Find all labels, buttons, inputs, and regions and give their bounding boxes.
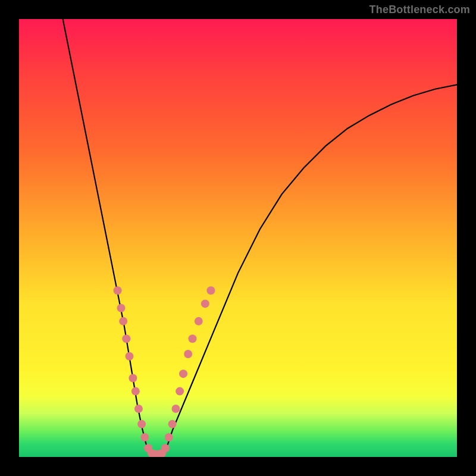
curve-marker [165,433,173,441]
curve-marker [140,433,149,441]
curve-marker [131,387,140,396]
curve-marker [129,374,137,383]
chart-container: TheBottleneck.com [0,0,476,476]
bottleneck-curve-path [63,19,457,457]
curve-marker [188,334,196,343]
curve-marker [176,387,184,396]
plot-area [19,19,457,457]
curve-marker [179,369,187,378]
watermark-text: TheBottleneck.com [369,4,470,16]
curve-marker [117,304,125,312]
curve-marker [114,286,122,295]
curve-markers [114,286,215,457]
curve-marker [137,420,146,428]
curve-marker [161,444,170,452]
curve-marker [125,352,133,361]
curve-marker [119,317,127,325]
curve-svg [19,19,457,457]
curve-marker [122,334,130,343]
curve-marker [134,405,143,413]
curve-marker [195,317,203,325]
curve-marker [171,405,180,413]
curve-marker [201,299,209,308]
curve-marker [184,350,192,358]
curve-marker [206,286,215,295]
curve-marker [168,420,177,428]
